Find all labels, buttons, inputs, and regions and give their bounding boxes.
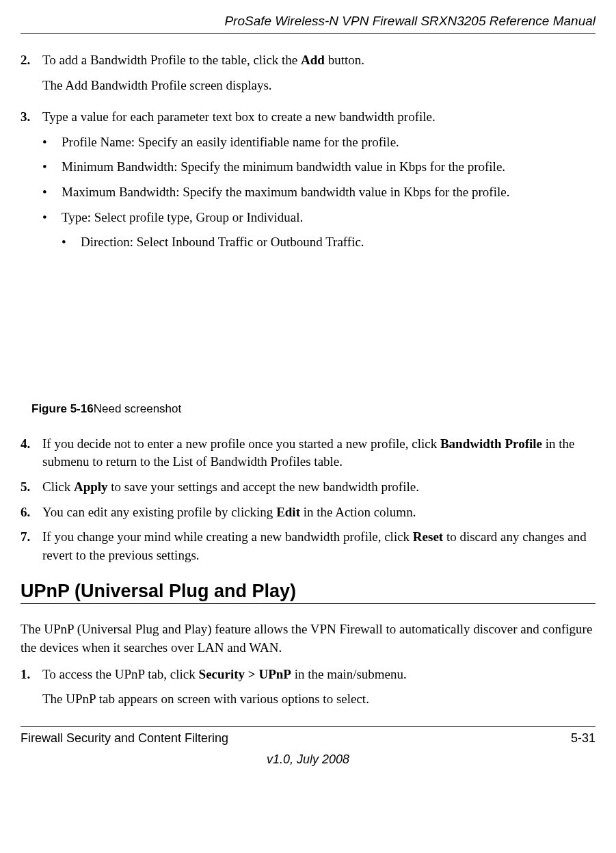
bullet-item: • Type: Select profile type, Group or In… xyxy=(42,209,595,227)
bold-text: Add xyxy=(301,53,325,67)
step-content: Type a value for each parameter text box… xyxy=(42,108,595,127)
footer-divider xyxy=(21,726,595,727)
bullet-marker: • xyxy=(42,183,62,202)
bullet-text: Maximum Bandwidth: Specify the maximum b… xyxy=(62,183,509,202)
step-content: If you change your mind while creating a… xyxy=(42,528,595,564)
bold-text: Edit xyxy=(276,505,300,519)
step-number: 2. xyxy=(21,51,42,101)
text: to save your settings and accept the new… xyxy=(108,480,419,494)
text: If you decide not to enter a new profile… xyxy=(42,436,440,451)
bullet-marker: • xyxy=(62,233,81,252)
step-content: Click Apply to save your settings and ac… xyxy=(42,478,595,497)
figure-label: Figure 5-16 xyxy=(31,402,94,415)
step-number: 7. xyxy=(21,528,42,564)
header-title: ProSafe Wireless-N VPN Firewall SRXN3205… xyxy=(21,14,595,29)
text: You can edit any existing profile by cli… xyxy=(42,505,276,519)
bold-text: Apply xyxy=(74,480,108,494)
step-number: 1. xyxy=(21,666,42,716)
step-5: 5. Click Apply to save your settings and… xyxy=(21,478,595,497)
text: in the main/submenu. xyxy=(291,667,407,681)
step-1-upnp: 1. To access the UPnP tab, click Securit… xyxy=(21,666,595,716)
header-divider xyxy=(21,33,595,34)
step-2: 2. To add a Bandwidth Profile to the tab… xyxy=(21,51,595,101)
text: If you change your mind while creating a… xyxy=(42,529,413,544)
step-number: 6. xyxy=(21,503,42,522)
step-7: 7. If you change your mind while creatin… xyxy=(21,528,595,564)
bullet-marker: • xyxy=(42,209,62,227)
footer-left: Firewall Security and Content Filtering xyxy=(21,731,228,746)
footer-right: 5-31 xyxy=(571,731,595,746)
bullet-marker: • xyxy=(42,133,62,152)
text: button. xyxy=(325,53,364,67)
text: Type a value for each parameter text box… xyxy=(42,109,436,124)
step-content: To add a Bandwidth Profile to the table,… xyxy=(42,51,595,101)
step-3: 3. Type a value for each parameter text … xyxy=(21,108,595,127)
figure-note: Need screenshot xyxy=(94,402,182,415)
text: Click xyxy=(42,480,74,494)
bullet-marker: • xyxy=(42,158,62,176)
bullet-item: • Maximum Bandwidth: Specify the maximum… xyxy=(42,183,595,202)
section-title: UPnP (Universal Plug and Play) xyxy=(21,581,595,602)
figure-caption: Figure 5-16Need screenshot xyxy=(31,402,595,416)
bullet-item: • Minimum Bandwidth: Specify the minimum… xyxy=(42,158,595,176)
step-number: 4. xyxy=(21,435,42,471)
footer-center: v1.0, July 2008 xyxy=(21,752,595,767)
sub-paragraph: The UPnP tab appears on screen with vari… xyxy=(42,690,595,709)
text: in the Action column. xyxy=(300,505,416,519)
bold-text: Security > UPnP xyxy=(199,667,291,681)
step-content: If you decide not to enter a new profile… xyxy=(42,435,595,471)
step-content: You can edit any existing profile by cli… xyxy=(42,503,595,522)
document-page: ProSafe Wireless-N VPN Firewall SRXN3205… xyxy=(0,0,616,780)
text: To add a Bandwidth Profile to the table,… xyxy=(42,53,301,67)
bullet-text: Minimum Bandwidth: Specify the minimum b… xyxy=(62,158,505,176)
figure-placeholder xyxy=(21,259,595,402)
bold-text: Bandwidth Profile xyxy=(440,436,542,451)
step-content: To access the UPnP tab, click Security >… xyxy=(42,666,595,716)
bullet-text: Profile Name: Specify an easily identifi… xyxy=(62,133,399,152)
step-number: 3. xyxy=(21,108,42,127)
body-paragraph: The UPnP (Universal Plug and Play) featu… xyxy=(21,620,595,657)
step-6: 6. You can edit any existing profile by … xyxy=(21,503,595,522)
step-number: 5. xyxy=(21,478,42,497)
nested-bullet-item: • Direction: Select Inbound Traffic or O… xyxy=(62,233,595,252)
footer-row: Firewall Security and Content Filtering … xyxy=(21,731,595,746)
bullet-text: Direction: Select Inbound Traffic or Out… xyxy=(81,233,364,252)
text: To access the UPnP tab, click xyxy=(42,667,199,681)
bold-text: Reset xyxy=(413,529,443,544)
sub-paragraph: The Add Bandwidth Profile screen display… xyxy=(42,77,595,95)
step-4: 4. If you decide not to enter a new prof… xyxy=(21,435,595,471)
section-divider xyxy=(21,603,595,604)
bullet-text: Type: Select profile type, Group or Indi… xyxy=(62,209,303,227)
bullet-item: • Profile Name: Specify an easily identi… xyxy=(42,133,595,152)
